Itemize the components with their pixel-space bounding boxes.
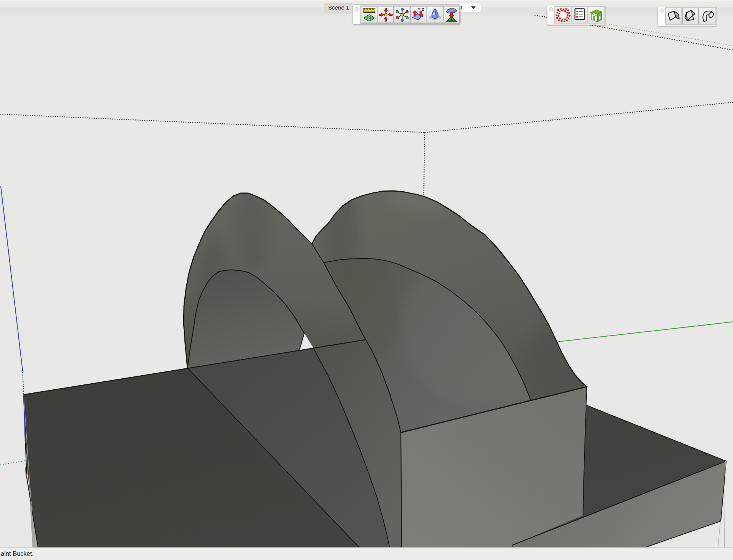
svg-text:Scene 1: Scene 1 bbox=[328, 4, 349, 11]
svg-text:!: ! bbox=[461, 5, 463, 11]
svg-text:z: z bbox=[422, 7, 424, 11]
svg-text:aint Bucket.: aint Bucket. bbox=[1, 550, 34, 557]
